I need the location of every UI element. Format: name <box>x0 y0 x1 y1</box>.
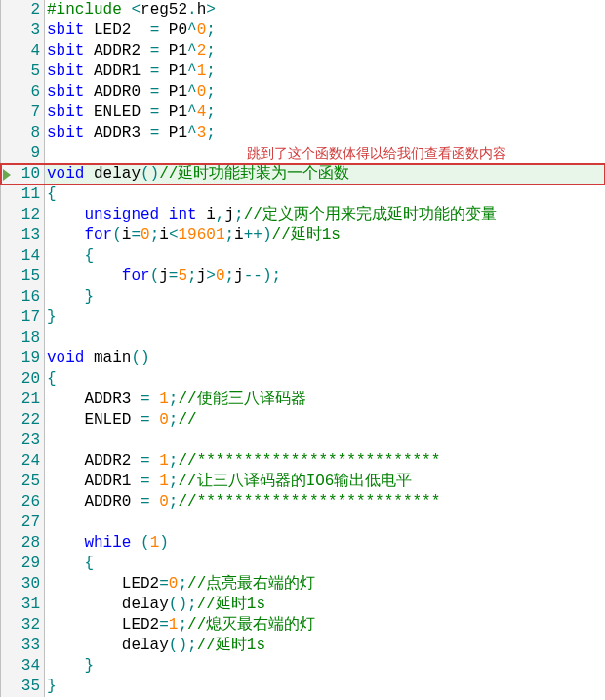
line-number: 15 <box>13 267 45 287</box>
token-op: = <box>150 124 160 142</box>
gutter-marker <box>1 308 13 328</box>
code-line[interactable]: 10void delay()//延时功能封装为一个函数 <box>1 164 605 185</box>
code-content: sbit ADDR1 = P1^1; <box>45 62 605 82</box>
code-line[interactable]: 25 ADDR1 = 1;//让三八译码器的IO6输出低电平 <box>1 472 605 492</box>
code-content: void delay()//延时功能封装为一个函数 <box>45 164 605 185</box>
code-line[interactable]: 16 } <box>1 287 605 308</box>
token-ident: P1 <box>159 83 187 101</box>
gutter-marker <box>1 164 13 185</box>
token-cmt: //让三八译码器的IO6输出低电平 <box>178 473 412 490</box>
code-content: for(j=5;j>0;j--); <box>45 267 605 287</box>
gutter-marker <box>1 390 13 410</box>
line-number: 10 <box>13 164 45 185</box>
code-line[interactable]: 34 } <box>1 656 605 677</box>
gutter-marker <box>1 185 13 205</box>
token-op: ; <box>178 616 187 634</box>
token-num: 0 <box>159 411 169 429</box>
token-op: ; <box>206 124 216 142</box>
token-op: = <box>150 21 160 39</box>
gutter-marker <box>1 574 13 595</box>
code-line[interactable]: 24 ADDR2 = 1;//*************************… <box>1 451 605 472</box>
code-content: ADDR2 = 1;//************************** <box>45 451 605 472</box>
code-line[interactable]: 35} <box>1 677 605 697</box>
gutter-marker <box>1 103 13 123</box>
token-ident: P1 <box>159 124 187 142</box>
code-line[interactable]: 4sbit ADDR2 = P1^2; <box>1 41 605 62</box>
token-ident: ADDR2 <box>47 452 141 470</box>
token-ident <box>150 473 160 490</box>
code-line[interactable]: 30 LED2=0;//点亮最右端的灯 <box>1 574 605 595</box>
token-num: 19601 <box>178 226 224 244</box>
code-line[interactable]: 14 { <box>1 246 605 267</box>
gutter-marker <box>1 226 13 246</box>
token-op: = <box>150 103 160 121</box>
token-cmt: //************************** <box>178 452 440 470</box>
token-op: = <box>150 62 160 80</box>
code-line[interactable]: 28 while (1) <box>1 533 605 554</box>
token-op: } <box>84 657 94 675</box>
token-cmt: //延时1s <box>272 226 341 244</box>
code-line[interactable]: 19void main() <box>1 349 605 369</box>
code-line[interactable]: 29 { <box>1 554 605 574</box>
code-line[interactable]: 15 for(j=5;j>0;j--); <box>1 267 605 287</box>
line-number: 33 <box>13 636 45 656</box>
token-cmt: //定义两个用来完成延时功能的变量 <box>244 206 497 224</box>
token-ident: ENLED <box>84 103 149 121</box>
code-line[interactable]: 27 <box>1 513 605 533</box>
gutter-marker <box>1 472 13 492</box>
token-op: = <box>169 268 179 285</box>
code-line[interactable]: 12 unsigned int i,j;//定义两个用来完成延时功能的变量 <box>1 205 605 226</box>
line-number: 32 <box>13 615 45 636</box>
code-content: ADDR0 = 0;//************************** <box>45 492 605 513</box>
code-content: } <box>45 308 605 328</box>
code-line[interactable]: 5sbit ADDR1 = P1^1; <box>1 62 605 82</box>
token-cmt: //点亮最右端的灯 <box>187 575 315 593</box>
gutter-marker <box>1 636 13 656</box>
code-line[interactable]: 23 <box>1 431 605 451</box>
token-num: 4 <box>197 103 207 121</box>
code-line[interactable]: 33 delay();//延时1s <box>1 636 605 656</box>
code-line[interactable]: 22 ENLED = 0;// <box>1 410 605 431</box>
gutter-marker <box>1 328 13 349</box>
line-number: 28 <box>13 533 45 554</box>
code-line[interactable]: 6sbit ADDR0 = P1^0; <box>1 82 605 103</box>
token-num: 1 <box>159 452 169 470</box>
token-num: 0 <box>197 83 207 101</box>
line-number: 16 <box>13 287 45 308</box>
token-op: ; <box>206 83 216 101</box>
token-op: ; <box>178 575 187 593</box>
code-line[interactable]: 20{ <box>1 369 605 390</box>
code-line[interactable]: 3sbit LED2 = P0^0; <box>1 21 605 41</box>
line-number: 8 <box>13 123 45 144</box>
code-line[interactable]: 13 for(i=0;i<19601;i++)//延时1s <box>1 226 605 246</box>
code-line[interactable]: 26 ADDR0 = 0;//*************************… <box>1 492 605 513</box>
line-number: 11 <box>13 185 45 205</box>
token-op: = <box>141 391 150 408</box>
code-line[interactable]: 17} <box>1 308 605 328</box>
code-line[interactable]: 11{ <box>1 185 605 205</box>
code-line[interactable]: 21 ADDR3 = 1;//使能三八译码器 <box>1 390 605 410</box>
code-line[interactable]: 7sbit ENLED = P1^4; <box>1 103 605 123</box>
code-line[interactable]: 8sbit ADDR3 = P1^3; <box>1 123 605 144</box>
token-ident <box>150 391 160 408</box>
gutter-marker <box>1 513 13 533</box>
token-op: --); <box>244 268 281 285</box>
token-num: 1 <box>159 391 169 408</box>
gutter-marker <box>1 144 13 164</box>
code-line[interactable]: 31 delay();//延时1s <box>1 595 605 615</box>
token-op: > <box>206 268 216 285</box>
token-op: ; <box>169 473 179 490</box>
token-kw: unsigned <box>84 206 159 224</box>
code-line[interactable]: 18 <box>1 328 605 349</box>
token-num: 1 <box>150 534 160 552</box>
token-cmt: // <box>178 411 196 429</box>
code-content: unsigned int i,j;//定义两个用来完成延时功能的变量 <box>45 205 605 226</box>
gutter-marker <box>1 267 13 287</box>
code-line[interactable]: 2#include <reg52.h> <box>1 0 605 21</box>
current-line-icon <box>3 169 11 181</box>
gutter-marker <box>1 21 13 41</box>
code-line[interactable]: 32 LED2=1;//熄灭最右端的灯 <box>1 615 605 636</box>
token-ident <box>150 411 160 429</box>
code-content: { <box>45 369 605 390</box>
token-ident <box>47 206 84 224</box>
